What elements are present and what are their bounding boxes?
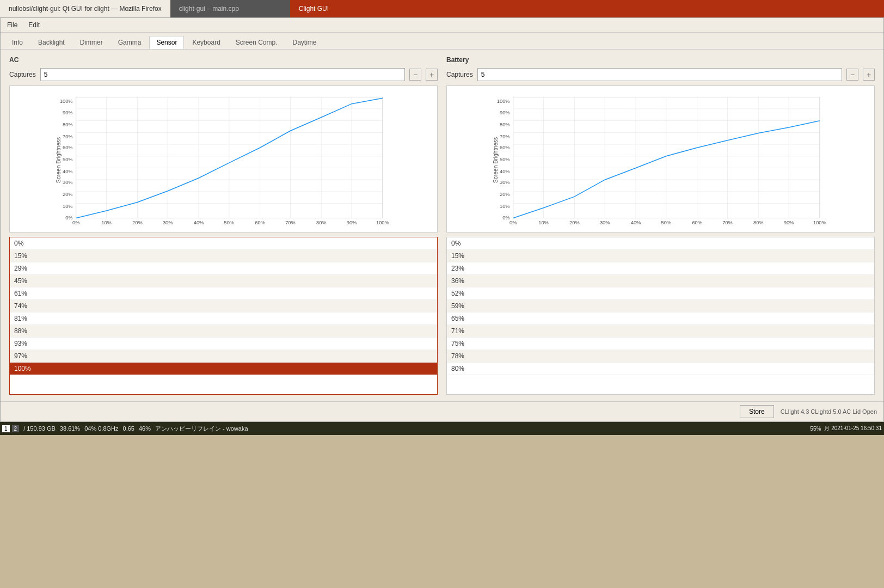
list-item[interactable]: 93%	[10, 338, 437, 350]
taskbar-vol: 46%	[139, 425, 151, 432]
ac-column: AC Captures − +	[9, 56, 438, 395]
pager-2[interactable]: 2	[12, 425, 20, 432]
taskbar-datetime: 月 2021-01-25 16:50:31	[824, 425, 882, 432]
svg-text:60%: 60%	[63, 145, 73, 150]
tab-gamma[interactable]: Gamma	[111, 36, 149, 49]
ac-captures-minus[interactable]: −	[409, 69, 421, 81]
svg-text:70%: 70%	[722, 220, 733, 225]
svg-text:Screen Brightness: Screen Brightness	[493, 137, 499, 183]
battery-captures-label: Captures	[446, 71, 473, 78]
app-window: File Edit Info Backlight Dimmer Gamma Se…	[0, 17, 884, 422]
list-item[interactable]: 74%	[10, 300, 437, 313]
browser-tab-1[interactable]: nullobsi/clight-gui: Qt GUI for clight —…	[0, 0, 170, 17]
svg-text:40%: 40%	[63, 169, 73, 174]
columns: AC Captures − +	[9, 56, 875, 395]
list-item[interactable]: 88%	[10, 325, 437, 338]
svg-text:90%: 90%	[500, 110, 510, 115]
svg-text:40%: 40%	[631, 220, 641, 225]
list-item[interactable]: 15%	[447, 250, 874, 262]
taskbar: 1 2 / 150.93 GB 38.61% 04% 0.8GHz 0.65 4…	[0, 422, 884, 435]
svg-text:80%: 80%	[500, 122, 510, 127]
svg-rect-59	[513, 97, 820, 218]
tab-screen-comp[interactable]: Screen Comp.	[229, 36, 285, 49]
svg-text:0%: 0%	[509, 220, 517, 225]
svg-text:90%: 90%	[347, 220, 357, 225]
svg-text:100%: 100%	[60, 99, 73, 104]
svg-text:60%: 60%	[500, 145, 510, 150]
ac-captures-input[interactable]	[40, 68, 405, 81]
svg-text:100%: 100%	[497, 99, 510, 104]
list-item[interactable]: 78%	[447, 350, 874, 363]
tab-daytime[interactable]: Daytime	[286, 36, 324, 49]
svg-text:50%: 50%	[224, 220, 235, 225]
svg-text:10%: 10%	[500, 204, 510, 209]
ac-captures-label: Captures	[9, 71, 36, 78]
battery-captures-minus[interactable]: −	[846, 69, 858, 81]
tab-keyboard[interactable]: Keyboard	[185, 36, 227, 49]
svg-text:20%: 20%	[500, 192, 510, 197]
svg-text:100%: 100%	[376, 220, 389, 225]
tab-dimmer[interactable]: Dimmer	[73, 36, 110, 49]
browser-tab-2[interactable]: clight-gui – main.cpp	[170, 0, 290, 17]
list-item[interactable]: 75%	[447, 338, 874, 350]
ac-captures-plus[interactable]: +	[426, 69, 438, 81]
tab-info[interactable]: Info	[5, 36, 30, 49]
tab-backlight[interactable]: Backlight	[31, 36, 72, 49]
battery-list: 0% 15% 23% 36% 52% 59% 65% 71% 75% 78% 8…	[446, 237, 875, 395]
battery-column: Battery Captures − + Screen Brightness 0…	[446, 56, 875, 395]
menubar: File Edit	[1, 18, 883, 33]
taskbar-right: 55% 月 2021-01-25 16:50:31	[810, 425, 882, 432]
svg-text:20%: 20%	[569, 220, 580, 225]
svg-text:Ambient Brightness: Ambient Brightness	[640, 227, 693, 228]
battery-captures-input[interactable]	[477, 68, 842, 81]
list-item[interactable]: 0%	[447, 237, 874, 250]
svg-text:100%: 100%	[813, 220, 826, 225]
list-item[interactable]: 81%	[10, 313, 437, 325]
svg-text:0%: 0%	[72, 220, 79, 225]
list-item[interactable]: 45%	[10, 275, 437, 287]
list-item[interactable]: 61%	[10, 287, 437, 300]
svg-text:40%: 40%	[194, 220, 204, 225]
svg-text:0%: 0%	[502, 215, 509, 220]
list-item[interactable]: 52%	[447, 287, 874, 300]
svg-text:40%: 40%	[500, 169, 510, 174]
list-item[interactable]: 36%	[447, 275, 874, 287]
list-item[interactable]: 29%	[10, 262, 437, 275]
menu-file[interactable]: File	[5, 20, 20, 30]
svg-text:90%: 90%	[63, 110, 73, 115]
taskbar-left: 1 2	[2, 425, 19, 432]
svg-text:80%: 80%	[753, 220, 764, 225]
taskbar-freq: 04% 0.8GHz	[84, 425, 118, 432]
list-item[interactable]: 59%	[447, 300, 874, 313]
svg-text:Ambient Brightness: Ambient Brightness	[202, 227, 256, 228]
browser-tab-3[interactable]: Clight GUI	[290, 0, 884, 17]
list-item-selected[interactable]: 100%	[10, 363, 437, 375]
list-item[interactable]: 97%	[10, 350, 437, 363]
tab-sensor[interactable]: Sensor	[149, 36, 184, 49]
battery-captures-plus[interactable]: +	[863, 69, 875, 81]
list-item[interactable]: 80%	[447, 363, 874, 375]
taskbar-battery: 55%	[810, 426, 821, 432]
svg-text:30%: 30%	[500, 180, 510, 185]
taskbar-disk: / 150.93 GB	[23, 425, 56, 432]
list-item[interactable]: 65%	[447, 313, 874, 325]
svg-text:20%: 20%	[63, 192, 73, 197]
svg-text:80%: 80%	[316, 220, 327, 225]
svg-text:70%: 70%	[285, 220, 296, 225]
store-button[interactable]: Store	[740, 405, 774, 418]
battery-title: Battery	[446, 56, 875, 64]
battery-chart: Screen Brightness 0% 10% 20% 30% 40% 50%…	[451, 93, 870, 228]
list-item[interactable]: 15%	[10, 250, 437, 262]
browser-tab2-label: clight-gui – main.cpp	[179, 5, 239, 13]
pager-1[interactable]: 1	[2, 425, 10, 432]
list-item[interactable]: 71%	[447, 325, 874, 338]
svg-text:70%: 70%	[500, 134, 510, 139]
browser-tab1-label: nullobsi/clight-gui: Qt GUI for clight —…	[9, 5, 162, 13]
svg-text:50%: 50%	[661, 220, 672, 225]
list-item[interactable]: 0%	[10, 237, 437, 250]
svg-text:60%: 60%	[692, 220, 702, 225]
svg-text:90%: 90%	[784, 220, 794, 225]
menu-edit[interactable]: Edit	[26, 20, 42, 30]
status-text: CLlight 4.3 CLightd 5.0 AC Lid Open	[781, 408, 877, 415]
list-item[interactable]: 23%	[447, 262, 874, 275]
